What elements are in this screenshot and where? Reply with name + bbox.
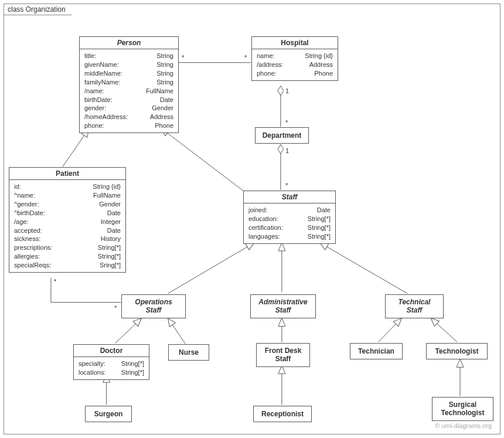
attr-row: familyName:String: [84, 78, 173, 87]
attr-name: middleName:: [84, 69, 122, 78]
attr-row: sickness:History: [14, 235, 121, 243]
attr-type: Address: [150, 113, 173, 121]
attr-type: Gender: [152, 104, 173, 113]
class-technologist: Technologist: [426, 343, 488, 359]
class-title: Front Desk Staff: [257, 344, 309, 366]
attr-name: locations:: [79, 368, 105, 377]
svg-line-3: [63, 128, 89, 167]
svg-line-9: [168, 318, 185, 344]
class-title: Technical Staff: [386, 295, 443, 318]
class-title: Nurse: [169, 345, 209, 360]
class-title: Doctor: [74, 345, 149, 357]
attr-type: Date: [317, 206, 331, 215]
attr-name: phone:: [257, 69, 277, 78]
attr-type: Date: [160, 96, 173, 104]
attr-row: prescriptions:String[*]: [14, 243, 121, 252]
attr-row: phone:Phone: [84, 121, 173, 130]
mult-label: *: [114, 304, 117, 311]
class-technical-staff: Technical Staff: [385, 294, 444, 318]
class-title: Operations Staff: [122, 295, 185, 318]
attr-type: String: [156, 52, 173, 60]
class-nurse: Nurse: [168, 344, 209, 361]
class-title: Technologist: [427, 344, 487, 359]
attr-row: locations:String[*]: [79, 368, 144, 377]
attr-type: FullName: [146, 87, 173, 96]
attr-row: ^gender:Gender: [14, 200, 121, 209]
class-department: Department: [255, 127, 309, 144]
class-title: Department: [256, 128, 308, 143]
attr-row: title:String: [84, 52, 173, 60]
class-title: Surgical Technologist: [433, 398, 493, 420]
credit-text: © uml-diagrams.org: [435, 422, 492, 429]
attr-name: specialty:: [79, 359, 105, 368]
attr-name: sickness:: [14, 235, 40, 243]
attr-type: String {id}: [93, 182, 121, 191]
attr-type: Sring[*]: [100, 261, 121, 270]
class-hospital: Hospital name:String {id}/address:Addres…: [251, 36, 338, 81]
attr-type: String[*]: [121, 359, 144, 368]
class-title: Person: [80, 37, 178, 49]
package-frame: class Organization: [4, 4, 500, 434]
attr-name: specialReqs:: [14, 261, 51, 270]
attr-name: accepted:: [14, 226, 42, 235]
attr-type: String {id}: [305, 52, 333, 60]
attr-row: name:String {id}: [257, 52, 333, 60]
attr-type: Date: [107, 226, 121, 235]
attr-type: String[*]: [308, 223, 331, 232]
attr-name: title:: [84, 52, 96, 60]
attr-type: String: [156, 78, 173, 87]
class-title: Receptionist: [254, 406, 311, 422]
attr-name: familyName:: [84, 78, 120, 87]
attr-row: /homeAddress:Address: [84, 113, 173, 121]
mult-label: *: [54, 278, 56, 285]
attr-name: ^gender:: [14, 200, 39, 209]
attr-type: Phone: [314, 69, 333, 78]
attr-name: education:: [248, 215, 278, 223]
attr-type: Address: [309, 60, 333, 69]
attr-name: givenName:: [84, 60, 119, 69]
attr-type: Phone: [155, 121, 173, 130]
attr-type: String[*]: [308, 215, 331, 223]
attr-type: History: [101, 235, 121, 243]
attr-row: certification:String[*]: [248, 223, 331, 232]
attr-name: joined:: [248, 206, 267, 215]
class-attrs: title:StringgivenName:StringmiddleName:S…: [80, 49, 178, 133]
svg-line-5: [168, 243, 254, 294]
mult-label: 1: [285, 147, 289, 154]
class-administrative-staff: Administrative Staff: [250, 294, 316, 318]
svg-line-7: [320, 243, 408, 294]
class-title: Technician: [350, 344, 402, 359]
class-person: Person title:StringgivenName:Stringmiddl…: [79, 36, 179, 133]
class-title: Patient: [9, 168, 125, 180]
class-attrs: id:String {id}^name:FullName^gender:Gend…: [9, 180, 125, 271]
mult-label: *: [182, 54, 184, 61]
uml-diagram: class Organization: [0, 0, 504, 438]
class-receptionist: Receptionist: [253, 406, 312, 422]
class-operations-staff: Operations Staff: [121, 294, 186, 318]
mult-label: *: [285, 182, 288, 189]
attr-type: String[*]: [308, 232, 331, 241]
attr-name: /age:: [14, 218, 28, 226]
frame-title: class Organization: [4, 4, 72, 15]
attr-type: String: [156, 69, 173, 78]
svg-line-12: [431, 318, 457, 342]
attr-name: languages:: [248, 232, 280, 241]
attr-row: joined:Date: [248, 206, 331, 215]
class-attrs: name:String {id}/address:Addressphone:Ph…: [252, 49, 338, 80]
class-surgeon: Surgeon: [85, 406, 132, 422]
class-staff: Staff joined:Dateeducation:String[*]cert…: [243, 191, 336, 244]
attr-row: ^birthDate:Date: [14, 209, 121, 218]
attr-name: gender:: [84, 104, 106, 113]
attr-row: /name:FullName: [84, 87, 173, 96]
attr-type: Date: [107, 209, 121, 218]
class-attrs: joined:Dateeducation:String[*]certificat…: [244, 203, 335, 243]
attr-row: phone:Phone: [257, 69, 333, 78]
attr-row: languages:String[*]: [248, 232, 331, 241]
attr-type: Gender: [99, 200, 121, 209]
attr-name: ^name:: [14, 191, 35, 200]
attr-name: /homeAddress:: [84, 113, 128, 121]
attr-name: allergies:: [14, 252, 40, 261]
attr-type: Integer: [101, 218, 121, 226]
mult-label: *: [285, 119, 288, 126]
attr-row: middleName:String: [84, 69, 173, 78]
